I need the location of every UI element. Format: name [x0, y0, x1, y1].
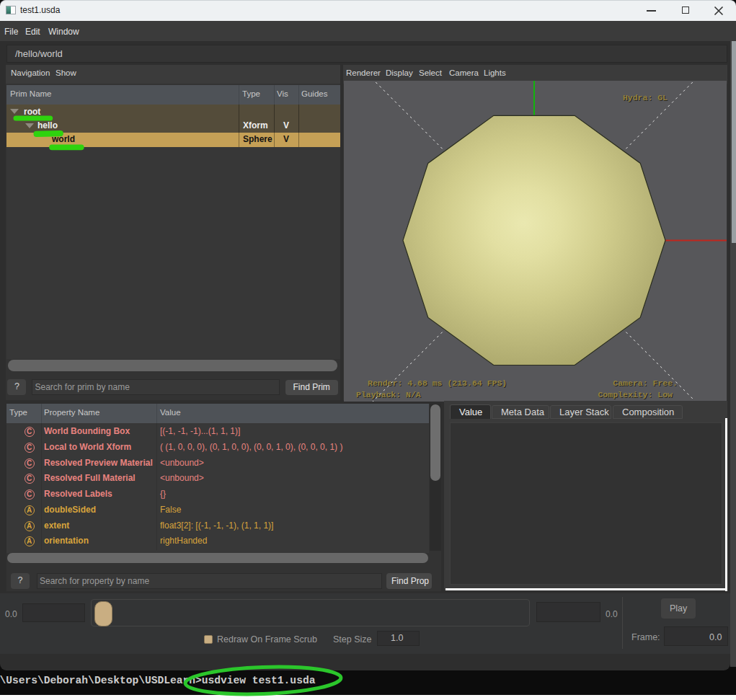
svg-text:Complexity: Low: Complexity: Low — [598, 390, 673, 399]
svg-text:Playback: N/A: Playback: N/A — [356, 390, 421, 399]
svg-text:Camera: Free.: Camera: Free. — [613, 378, 678, 388]
svg-text:Render: 4.68 ms (213.64 FPS): Render: 4.68 ms (213.64 FPS) — [368, 378, 507, 388]
svg-text:Hydra: GL: Hydra: GL — [623, 93, 668, 102]
